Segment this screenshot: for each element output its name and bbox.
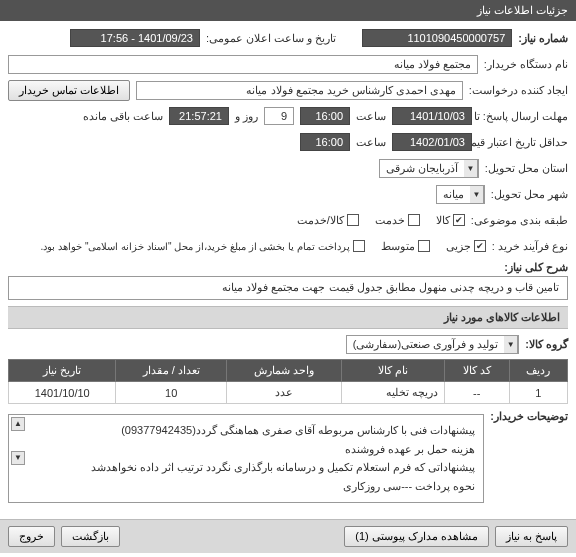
reply-button[interactable]: پاسخ به نیاز xyxy=(495,526,568,547)
scroll-up-icon[interactable]: ▲ xyxy=(11,417,25,431)
desc-label: شرح کلی نیاز: xyxy=(504,261,568,273)
buyer-org-label: نام دستگاه خریدار: xyxy=(484,58,568,71)
requester-label: ایجاد کننده درخواست: xyxy=(469,84,568,97)
th-date: تاریخ نیاز xyxy=(9,360,116,382)
note-line: پیشنهاداتی که فرم استعلام تکمیل و درساما… xyxy=(17,458,475,477)
checkbox-icon[interactable] xyxy=(474,240,486,252)
process-label: نوع فرآیند خرید : xyxy=(492,240,568,253)
announce-label: تاریخ و ساعت اعلان عمومی: xyxy=(206,32,336,45)
cat-goods-check[interactable]: کالا xyxy=(436,214,465,227)
cat-service-label: خدمت xyxy=(375,214,405,227)
group-label: گروه کالا: xyxy=(525,338,568,351)
table-row[interactable]: 1 -- دریچه تخلیه عدد 10 1401/10/10 xyxy=(9,382,568,404)
cat-goods-label: کالا xyxy=(436,214,450,227)
time-label-1: ساعت xyxy=(356,110,386,123)
th-code: کد کالا xyxy=(444,360,509,382)
group-value: تولید و فرآوری صنعتی(سفارشی) xyxy=(347,336,505,353)
window: جزئیات اطلاعات نیاز شماره نیاز: 11010904… xyxy=(0,0,576,557)
proc-small-label: جزیی xyxy=(446,240,471,253)
proc-note-label: پرداخت تمام یا بخشی از مبلغ خرید،از محل … xyxy=(41,241,350,252)
checkbox-icon[interactable] xyxy=(453,214,465,226)
proc-small-check[interactable]: جزیی xyxy=(446,240,486,253)
note-line: هزینه حمل بر عهده فروشنده xyxy=(17,440,475,459)
proc-medium-check[interactable]: متوسط xyxy=(381,240,430,253)
time-label-2: ساعت xyxy=(356,136,386,149)
items-section-title: اطلاعات کالاهای مورد نیاز xyxy=(8,306,568,329)
td-date: 1401/10/10 xyxy=(9,382,116,404)
note-line: پیشنهادات فنی با کارشناس مربوطه آقای صفر… xyxy=(17,421,475,440)
cat-goods-service-label: کالا/خدمت xyxy=(297,214,344,227)
city-value: میانه xyxy=(437,186,470,203)
exit-button[interactable]: خروج xyxy=(8,526,55,547)
reply-deadline-date: 1401/10/03 xyxy=(392,107,472,125)
requester-value: مهدی احمدی کارشناس خرید مجتمع فولاد میان… xyxy=(136,81,463,100)
province-select[interactable]: ▼ آذربایجان شرقی xyxy=(379,159,479,178)
td-name: دریچه تخلیه xyxy=(342,382,445,404)
window-title: جزئیات اطلاعات نیاز xyxy=(477,4,568,16)
back-button[interactable]: بازگشت xyxy=(61,526,120,547)
checkbox-icon[interactable] xyxy=(353,240,365,252)
send-deadline-date: 1402/01/03 xyxy=(392,133,472,151)
buyer-org-value: مجتمع فولاد میانه xyxy=(8,55,478,74)
province-label: استان محل تحویل: xyxy=(485,162,568,175)
reply-deadline-label: حداقل تاریخ اعتبار قیمت: تا تاریخ: xyxy=(478,136,568,149)
td-qty: 10 xyxy=(116,382,227,404)
th-row: ردیف xyxy=(509,360,567,382)
th-name: نام کالا xyxy=(342,360,445,382)
chevron-down-icon[interactable]: ▼ xyxy=(470,186,484,203)
send-deadline-label: مهلت ارسال پاسخ: تا تاریخ: xyxy=(478,110,568,123)
city-label: شهر محل تحویل: xyxy=(491,188,568,201)
province-value: آذربایجان شرقی xyxy=(380,160,464,177)
note-line: نحوه پرداخت ---سی روزکاری xyxy=(17,477,475,496)
days-label: روز و xyxy=(235,110,258,123)
td-unit: عدد xyxy=(227,382,342,404)
titlebar: جزئیات اطلاعات نیاز xyxy=(0,0,576,21)
city-select[interactable]: ▼ میانه xyxy=(436,185,485,204)
attachments-button[interactable]: مشاهده مدارک پیوستی (1) xyxy=(344,526,489,547)
contact-buyer-button[interactable]: اطلاعات تماس خریدار xyxy=(8,80,130,101)
proc-medium-label: متوسط xyxy=(381,240,415,253)
reply-deadline-time: 16:00 xyxy=(300,107,350,125)
items-table: ردیف کد کالا نام کالا واحد شمارش تعداد /… xyxy=(8,359,568,404)
desc-value: تامین قاب و دریچه چدنی منهول مطابق جدول … xyxy=(8,276,568,300)
checkbox-icon[interactable] xyxy=(408,214,420,226)
checkbox-icon[interactable] xyxy=(418,240,430,252)
cat-goods-service-check[interactable]: کالا/خدمت xyxy=(297,214,359,227)
category-label: طبقه بندی موضوعی: xyxy=(471,214,568,227)
footer-bar: پاسخ به نیاز مشاهده مدارک پیوستی (1) باز… xyxy=(0,519,576,553)
th-unit: واحد شمارش xyxy=(227,360,342,382)
remain-label: ساعت باقی مانده xyxy=(83,110,163,123)
buyer-notes: ▲ ▼ پیشنهادات فنی با کارشناس مربوطه آقای… xyxy=(8,414,484,503)
need-no-value: 1101090450000757 xyxy=(362,29,512,47)
td-code: -- xyxy=(444,382,509,404)
proc-note-check[interactable]: پرداخت تمام یا بخشی از مبلغ خرید،از محل … xyxy=(41,240,365,252)
send-deadline-time: 16:00 xyxy=(300,133,350,151)
td-row: 1 xyxy=(509,382,567,404)
chevron-down-icon[interactable]: ▼ xyxy=(464,160,478,177)
scroll-down-icon[interactable]: ▼ xyxy=(11,451,25,465)
group-select[interactable]: ▼ تولید و فرآوری صنعتی(سفارشی) xyxy=(346,335,520,354)
th-qty: تعداد / مقدار xyxy=(116,360,227,382)
chevron-down-icon[interactable]: ▼ xyxy=(504,336,518,353)
announce-value: 1401/09/23 - 17:56 xyxy=(70,29,200,47)
cat-service-check[interactable]: خدمت xyxy=(375,214,420,227)
checkbox-icon[interactable] xyxy=(347,214,359,226)
need-no-label: شماره نیاز: xyxy=(518,32,568,45)
days-value: 9 xyxy=(264,107,294,125)
content: شماره نیاز: 1101090450000757 تاریخ و ساع… xyxy=(0,21,576,513)
table-header-row: ردیف کد کالا نام کالا واحد شمارش تعداد /… xyxy=(9,360,568,382)
notes-label: توضیحات خریدار: xyxy=(490,410,568,423)
countdown-value: 21:57:21 xyxy=(169,107,229,125)
